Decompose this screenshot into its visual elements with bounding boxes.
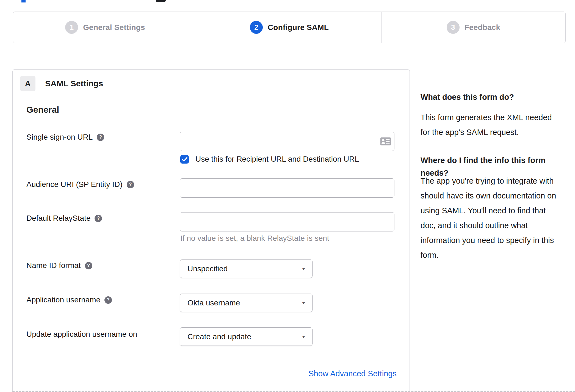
name-id-format-label-row: Name ID format ? (26, 261, 92, 270)
step-label: Feedback (465, 23, 501, 32)
name-id-format-select[interactable]: Unspecified ▼ (180, 260, 313, 278)
name-id-format-value: Unspecified (187, 264, 228, 273)
update-username-select[interactable]: Create and update ▼ (180, 327, 313, 346)
general-section-heading: General (26, 105, 59, 115)
wizard-stepper: 1 General Settings 2 Configure SAML 3 Fe… (13, 12, 566, 43)
configure-saml-page: 1 General Settings 2 Configure SAML 3 Fe… (0, 0, 575, 392)
app-username-label-row: Application username ? (26, 296, 112, 304)
chevron-down-icon: ▼ (301, 266, 306, 271)
relaystate-label-row: Default RelayState ? (26, 214, 102, 223)
relaystate-hint: If no value is set, a blank RelayState i… (180, 234, 329, 243)
relaystate-input[interactable] (180, 212, 394, 231)
checkmark-icon (182, 157, 187, 162)
chevron-down-icon: ▼ (301, 300, 306, 305)
help-icon[interactable]: ? (127, 181, 134, 188)
cutoff-logo-fragment (156, 0, 166, 2)
cutoff-blue-fragment (21, 0, 26, 2)
help-icon[interactable]: ? (104, 296, 112, 304)
audience-uri-label: Audience URI (SP Entity ID) (26, 180, 123, 189)
app-username-select[interactable]: Okta username ▼ (180, 294, 313, 312)
step-number-badge: 1 (65, 21, 78, 34)
step-label: General Settings (83, 23, 145, 32)
chevron-down-icon: ▼ (301, 334, 306, 339)
step-feedback[interactable]: 3 Feedback (381, 12, 565, 43)
step-number-badge: 2 (250, 21, 263, 34)
help-icon[interactable]: ? (97, 134, 104, 141)
help-icon[interactable]: ? (85, 262, 92, 269)
dashed-section-divider (12, 391, 575, 392)
sidebar-question-1: What does this form do? (421, 91, 558, 103)
step-label: Configure SAML (268, 23, 329, 32)
sidebar-answer-1: This form generates the XML needed for t… (421, 110, 562, 140)
sidebar-answer-2: The app you're trying to integrate with … (421, 173, 562, 263)
sso-url-label: Single sign-on URL (26, 133, 93, 142)
saml-settings-panel: A SAML Settings General Single sign-on U… (12, 69, 410, 392)
show-advanced-settings-link[interactable]: Show Advanced Settings (308, 369, 397, 378)
sso-url-label-row: Single sign-on URL ? (26, 133, 104, 142)
app-username-value: Okta username (187, 299, 240, 307)
step-general-settings[interactable]: 1 General Settings (13, 12, 197, 43)
name-id-format-label: Name ID format (26, 261, 81, 270)
panel-title: SAML Settings (45, 76, 103, 91)
recipient-url-checkbox-label: Use this for Recipient URL and Destinati… (195, 155, 359, 164)
sso-url-input[interactable] (180, 132, 394, 151)
update-username-label: Update application username on (26, 330, 137, 339)
audience-uri-input[interactable] (180, 178, 394, 198)
recipient-url-checkbox[interactable] (180, 155, 189, 164)
update-username-value: Create and update (187, 332, 251, 341)
app-username-label: Application username (26, 296, 100, 304)
audience-uri-label-row: Audience URI (SP Entity ID) ? (26, 180, 134, 189)
section-a-badge: A (20, 76, 35, 91)
help-icon[interactable]: ? (95, 215, 102, 222)
step-number-badge: 3 (447, 21, 460, 34)
update-username-label-row: Update application username on (26, 330, 137, 339)
relaystate-label: Default RelayState (26, 214, 90, 223)
step-configure-saml[interactable]: 2 Configure SAML (197, 12, 381, 43)
